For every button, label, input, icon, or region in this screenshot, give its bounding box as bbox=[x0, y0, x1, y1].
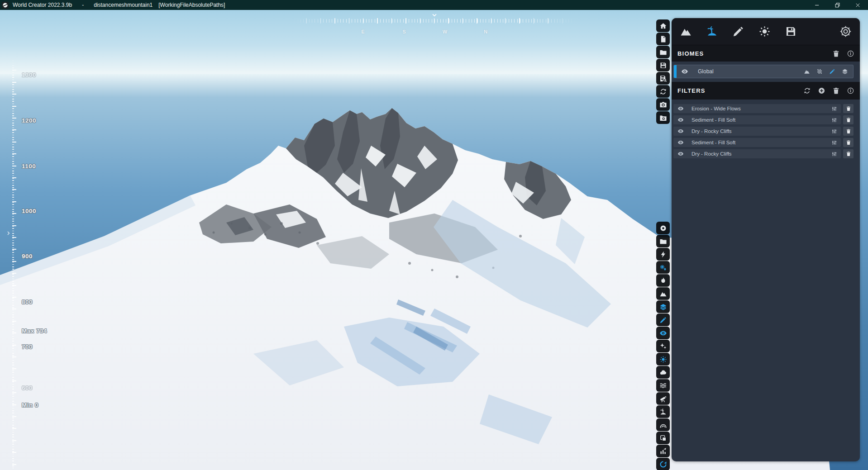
erosion-button[interactable] bbox=[656, 274, 670, 287]
biomes-title: BIOMES bbox=[677, 50, 704, 57]
mountain-icon bbox=[804, 68, 810, 75]
eye-icon bbox=[677, 105, 684, 112]
biome-selected-indicator bbox=[674, 65, 677, 78]
tab-lighting[interactable] bbox=[754, 21, 775, 42]
filters-add-button[interactable] bbox=[817, 87, 825, 95]
sync-button[interactable] bbox=[656, 85, 670, 98]
filter-delete-button[interactable] bbox=[843, 138, 854, 147]
biome-terrain-button[interactable] bbox=[804, 68, 810, 75]
filter-settings-button[interactable] bbox=[831, 106, 837, 112]
minimize-button[interactable] bbox=[807, 0, 827, 10]
sliders-icon bbox=[831, 106, 837, 112]
lighting-button[interactable] bbox=[656, 353, 670, 366]
color-button[interactable] bbox=[656, 418, 670, 431]
add-icon bbox=[818, 87, 825, 95]
visibility-button[interactable] bbox=[656, 327, 670, 339]
elevation-label: 1100 bbox=[22, 163, 36, 170]
eye-icon bbox=[681, 68, 688, 75]
trash-icon bbox=[846, 128, 851, 134]
flame-icon bbox=[659, 277, 667, 285]
settings-button[interactable] bbox=[837, 24, 854, 40]
save-as-button[interactable] bbox=[656, 72, 670, 85]
camera-button[interactable] bbox=[656, 98, 670, 111]
trash-icon bbox=[832, 50, 840, 57]
biome-mask-button[interactable] bbox=[816, 68, 823, 75]
open-file-button[interactable] bbox=[656, 46, 670, 58]
filter-visibility-toggle[interactable] bbox=[677, 128, 684, 134]
view-button[interactable] bbox=[656, 392, 670, 405]
filter-visibility-toggle[interactable] bbox=[677, 105, 684, 112]
duplicate-button[interactable] bbox=[656, 432, 670, 444]
document-name: distancemeshmountain1 bbox=[94, 2, 153, 8]
biome-visibility-toggle[interactable] bbox=[681, 68, 688, 75]
close-button[interactable] bbox=[848, 0, 868, 10]
filter-settings-button[interactable] bbox=[831, 128, 837, 134]
filter-delete-button[interactable] bbox=[843, 115, 854, 124]
quick-actions-button[interactable] bbox=[656, 248, 670, 261]
filter-row[interactable]: Dry - Rocky Cliffs bbox=[673, 127, 841, 136]
save-as-icon bbox=[659, 75, 667, 82]
filter-row[interactable]: Dry - Rocky Cliffs bbox=[673, 149, 841, 158]
open-button[interactable] bbox=[656, 235, 670, 247]
filter-settings-button[interactable] bbox=[831, 140, 837, 146]
folder-open-icon bbox=[659, 237, 667, 245]
terrain-button[interactable] bbox=[656, 287, 670, 300]
biome-row[interactable]: Global bbox=[673, 65, 854, 78]
weather-button[interactable] bbox=[656, 366, 670, 379]
rainbow-icon bbox=[659, 421, 667, 429]
compass-letter-e: E bbox=[361, 29, 364, 34]
water-button[interactable] bbox=[656, 379, 670, 392]
sparkles-icon bbox=[659, 342, 667, 350]
filter-visibility-toggle[interactable] bbox=[677, 117, 684, 123]
filters-delete-button[interactable] bbox=[832, 87, 840, 95]
title-separator: - bbox=[82, 2, 84, 8]
biomes-info-button[interactable] bbox=[846, 49, 854, 57]
chart-icon bbox=[659, 447, 667, 455]
biome-edit-button[interactable] bbox=[829, 68, 835, 75]
filter-row[interactable]: Erosion - Wide Flows bbox=[673, 104, 841, 113]
filter-label: Sediment - Fill Soft bbox=[692, 117, 735, 123]
filter-settings-button[interactable] bbox=[831, 151, 837, 157]
filter-delete-button[interactable] bbox=[843, 104, 854, 113]
filters-refresh-button[interactable] bbox=[803, 87, 811, 95]
home-icon bbox=[659, 22, 667, 30]
file-toolbar bbox=[656, 19, 670, 124]
compass-ticks-major bbox=[292, 18, 577, 24]
sliders-icon bbox=[831, 151, 837, 157]
filter-row[interactable]: Sediment - Fill Soft bbox=[673, 138, 841, 147]
new-file-button[interactable] bbox=[656, 33, 670, 45]
layers-button[interactable] bbox=[656, 300, 670, 313]
filter-settings-button[interactable] bbox=[831, 117, 837, 123]
elevation-label: 1000 bbox=[22, 208, 36, 214]
filter-delete-button[interactable] bbox=[843, 149, 854, 158]
biome-layers-button[interactable] bbox=[842, 68, 848, 75]
tab-edit[interactable] bbox=[728, 21, 749, 42]
generation-settings-button[interactable] bbox=[656, 261, 670, 274]
home-button[interactable] bbox=[656, 19, 670, 32]
eye-icon bbox=[659, 329, 667, 337]
tab-biomes[interactable] bbox=[701, 21, 722, 42]
restore-button[interactable] bbox=[827, 0, 848, 10]
effects-button[interactable] bbox=[656, 340, 670, 352]
filter-visibility-toggle[interactable] bbox=[677, 151, 684, 157]
filter-visibility-toggle[interactable] bbox=[677, 139, 684, 146]
biomes-delete-button[interactable] bbox=[832, 49, 840, 57]
filters-header: FILTERS bbox=[672, 82, 860, 100]
filters-info-button[interactable] bbox=[846, 87, 854, 95]
filters-title: FILTERS bbox=[677, 87, 706, 94]
edit-button[interactable] bbox=[656, 313, 670, 326]
tab-export[interactable] bbox=[780, 21, 801, 42]
world-creator-logo-icon bbox=[1, 1, 9, 9]
filter-row[interactable]: Sediment - Fill Soft bbox=[673, 115, 841, 124]
gears-icon bbox=[659, 264, 667, 271]
screenshot-folder-button[interactable] bbox=[656, 111, 670, 124]
biome-preview-button[interactable] bbox=[656, 405, 670, 418]
filter-delete-button[interactable] bbox=[843, 127, 854, 136]
record-button[interactable] bbox=[656, 222, 670, 234]
statistics-button[interactable] bbox=[656, 445, 670, 457]
checker-icon bbox=[816, 68, 823, 75]
save-button[interactable] bbox=[656, 59, 670, 71]
regenerate-button[interactable] bbox=[656, 458, 670, 470]
tab-terrain[interactable] bbox=[675, 21, 696, 42]
filter-label: Sediment - Fill Soft bbox=[692, 140, 735, 145]
